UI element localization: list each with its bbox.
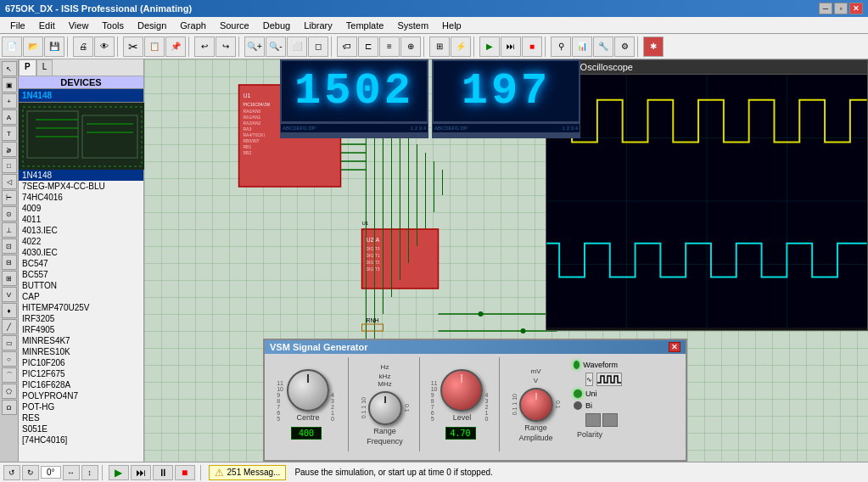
close-button[interactable]: ✕ xyxy=(849,3,863,14)
sim-play[interactable]: ▶ xyxy=(479,36,500,57)
junction-tool[interactable]: + xyxy=(2,93,17,109)
menu-template[interactable]: Template xyxy=(339,19,391,32)
step-button[interactable]: ⏭ xyxy=(131,465,151,480)
device-item[interactable]: IRF3205 xyxy=(19,313,143,324)
device-item[interactable]: PIC16F628A xyxy=(19,379,143,390)
bus-button[interactable]: ≡ xyxy=(379,36,400,57)
copy-button[interactable]: 📋 xyxy=(144,36,165,57)
zoom-out[interactable]: 🔍- xyxy=(266,36,286,57)
open-button[interactable]: 📂 xyxy=(23,36,43,57)
device-item[interactable]: CAP xyxy=(19,291,143,302)
generator-tool[interactable]: ⊞ xyxy=(2,271,17,286)
voltage-tool[interactable]: V xyxy=(2,287,17,302)
extra-btn1[interactable]: ✱ xyxy=(643,36,664,57)
device-item[interactable]: PIC12F675 xyxy=(19,368,143,379)
device-item[interactable]: 1N4148 xyxy=(19,170,143,181)
draw-arc[interactable]: ⌒ xyxy=(2,367,17,383)
chart-button[interactable]: 📊 xyxy=(572,36,592,57)
print-preview[interactable]: 👁 xyxy=(94,36,115,57)
pause-button[interactable]: ⏸ xyxy=(153,465,173,480)
device-item[interactable]: BC547 xyxy=(19,258,143,269)
maximize-button[interactable]: ▫ xyxy=(834,3,848,14)
save-button[interactable]: 💾 xyxy=(44,36,64,57)
level-value[interactable]: 4.70 xyxy=(445,427,476,440)
device-item[interactable]: POLYPRO4N7 xyxy=(19,390,143,401)
menu-design[interactable]: Design xyxy=(131,19,173,32)
tab-p[interactable]: P xyxy=(19,59,36,76)
draw-poly[interactable]: ⬠ xyxy=(2,384,17,399)
new-button[interactable]: 📄 xyxy=(2,36,22,57)
draw-text[interactable]: Ω xyxy=(2,400,17,415)
centre-value[interactable]: 400 xyxy=(291,427,322,440)
device-item[interactable]: BUTTON xyxy=(19,280,143,291)
menu-library[interactable]: Library xyxy=(297,19,339,32)
device-item[interactable]: 74HC4016 xyxy=(19,192,143,203)
device-item[interactable]: HITEMP470U25V xyxy=(19,302,143,313)
device-item[interactable]: POT-HG xyxy=(19,401,143,412)
draw-circle[interactable]: ○ xyxy=(2,351,17,367)
rotate-cw-btn[interactable]: ↻ xyxy=(22,465,39,480)
zoom-in[interactable]: 🔍+ xyxy=(244,36,265,57)
polarity-btn1[interactable] xyxy=(585,413,601,427)
zoom-box[interactable]: ◻ xyxy=(308,36,328,57)
select-tool[interactable]: ↖ xyxy=(2,61,17,76)
component-button[interactable]: ⊞ xyxy=(429,36,450,57)
device-item[interactable]: 4022 xyxy=(19,236,143,247)
device-item[interactable]: MINRES10K xyxy=(19,346,143,357)
device-item[interactable]: MINRES4K7 xyxy=(19,335,143,346)
menu-edit[interactable]: Edit xyxy=(32,19,62,32)
play-button[interactable]: ▶ xyxy=(109,465,129,480)
sine-wave-btn[interactable]: ∿ xyxy=(585,373,593,386)
device-item[interactable]: 4030.IEC xyxy=(19,247,143,258)
label-tool[interactable]: A xyxy=(2,109,17,125)
signal-gen-close[interactable]: ✕ xyxy=(669,342,680,352)
flip-v-btn[interactable]: ↕ xyxy=(81,465,98,480)
tab-l[interactable]: L xyxy=(36,59,53,76)
menu-file[interactable]: File xyxy=(3,19,32,32)
draw-line[interactable]: ╱ xyxy=(2,319,17,334)
undo-button[interactable]: ↩ xyxy=(194,36,215,57)
menu-debug[interactable]: Debug xyxy=(256,19,297,32)
device-item[interactable]: S051E xyxy=(19,423,143,434)
device-item[interactable]: 7SEG-MPX4-CC-BLU xyxy=(19,181,143,192)
tag-button[interactable]: 🏷 xyxy=(337,36,357,57)
redo-button[interactable]: ↪ xyxy=(216,36,236,57)
device-item[interactable]: BC557 xyxy=(19,269,143,280)
component-tool[interactable]: ▣ xyxy=(2,77,17,92)
level-knob[interactable] xyxy=(440,369,483,412)
pin-tool[interactable]: ⊢ xyxy=(2,190,17,205)
tools-btn2[interactable]: 🔧 xyxy=(593,36,613,57)
warning-box[interactable]: ⚠ 251 Messag... xyxy=(209,465,287,480)
frequency-knob[interactable] xyxy=(368,391,402,425)
menu-system[interactable]: System xyxy=(390,19,435,32)
device-item[interactable]: 4013.IEC xyxy=(19,225,143,236)
device-item[interactable]: 4011 xyxy=(19,214,143,225)
instrument-tool[interactable]: ♦ xyxy=(2,303,17,318)
subcircuit-tool[interactable]: □ xyxy=(2,158,17,173)
zoom-fit[interactable]: ⬜ xyxy=(287,36,307,57)
sim-step[interactable]: ⏭ xyxy=(501,36,521,57)
stop-button[interactable]: ■ xyxy=(175,465,195,480)
menu-source[interactable]: Source xyxy=(213,19,256,32)
device-item[interactable]: IRF4905 xyxy=(19,324,143,335)
canvas-area[interactable]: U1 PIC16C84/JW RA0/AN0 RA1/AN1 RA2/AN2 R… xyxy=(144,59,868,462)
rotate-ccw-btn[interactable]: ↺ xyxy=(3,465,20,480)
device-item[interactable]: RES xyxy=(19,412,143,423)
centre-knob[interactable] xyxy=(287,369,329,412)
print-button[interactable]: 🖨 xyxy=(73,36,93,57)
menu-help[interactable]: Help xyxy=(435,19,468,32)
menu-graph[interactable]: Graph xyxy=(173,19,213,32)
probe-button[interactable]: ⚲ xyxy=(551,36,571,57)
power-button[interactable]: ⚡ xyxy=(451,36,471,57)
menu-tools[interactable]: Tools xyxy=(95,19,131,32)
flip-h-btn[interactable]: ↔ xyxy=(63,465,80,480)
devices-search[interactable]: 1N4148 xyxy=(19,89,143,102)
polarity-btn2[interactable] xyxy=(602,413,618,427)
port-tool[interactable]: ⊙ xyxy=(2,206,17,221)
draw-rect[interactable]: ▭ xyxy=(2,335,17,350)
paste-button[interactable]: 📌 xyxy=(165,36,186,57)
power-tool[interactable]: ⊥ xyxy=(2,222,17,238)
cut-button[interactable]: ✂ xyxy=(123,36,143,57)
text-tool[interactable]: T xyxy=(2,126,17,141)
junction-button[interactable]: ⊕ xyxy=(400,36,421,57)
